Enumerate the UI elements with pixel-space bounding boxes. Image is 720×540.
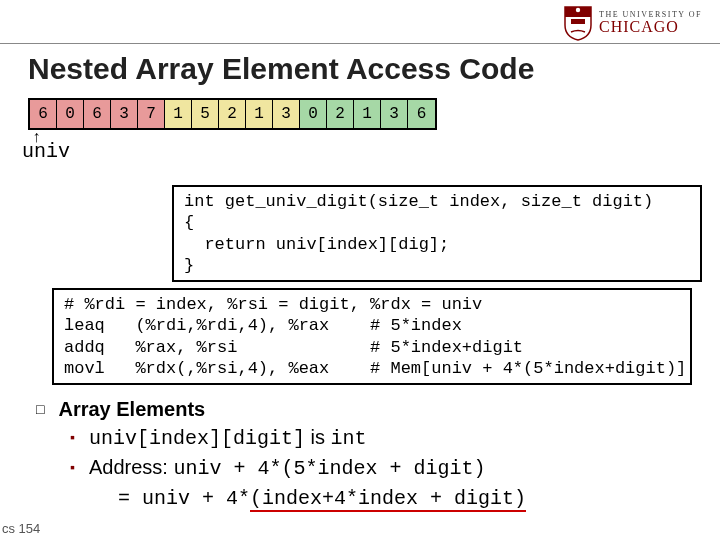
cell: 0 [300, 100, 327, 128]
cell: 3 [381, 100, 408, 128]
cell: 1 [165, 100, 192, 128]
code-span: = univ + 4* [118, 487, 250, 510]
svg-point-1 [576, 7, 580, 11]
code-span: int [331, 427, 367, 450]
code-span-underlined: (index+4*index + digit) [250, 487, 526, 512]
code-line: } [184, 256, 194, 275]
cell: 1 [246, 100, 273, 128]
bullet-line: univ[index][digit] is int [89, 424, 367, 452]
cell: 6 [408, 100, 435, 128]
bullet-section: □ Array Elements ▪ univ[index][digit] is… [36, 396, 526, 512]
cell: 2 [219, 100, 246, 128]
cell: 0 [57, 100, 84, 128]
asm-code-box: # %rdi = index, %rsi = digit, %rdx = uni… [52, 288, 692, 385]
code-line: leaq (%rdi,%rdi,4), %rax # 5*index [64, 316, 462, 335]
cell: 3 [111, 100, 138, 128]
slide-title: Nested Array Element Access Code [0, 44, 720, 98]
c-code-box: int get_univ_digit(size_t index, size_t … [172, 185, 702, 282]
bullet-subsquare-icon: ▪ [70, 424, 75, 452]
footer-label: cs 154 [2, 521, 40, 536]
bullet-line: = univ + 4*(index+4*index + digit) [36, 484, 526, 512]
code-line: addq %rax, %rsi # 5*index+digit [64, 338, 523, 357]
bullet-square-icon: □ [36, 396, 44, 422]
array-cells: 6 0 6 3 7 1 5 2 1 3 0 2 1 3 6 [28, 98, 437, 130]
text-span: is [305, 426, 331, 448]
univ-label: univ [22, 140, 720, 163]
cell: 6 [30, 100, 57, 128]
code-line: int get_univ_digit(size_t index, size_t … [184, 192, 653, 211]
cell: 5 [192, 100, 219, 128]
logo-text-bottom: CHICAGO [599, 19, 702, 35]
bullet-heading: Array Elements [58, 396, 205, 422]
cell: 7 [138, 100, 165, 128]
bullet-line: Address: univ + 4*(5*index + digit) [89, 454, 486, 482]
code-span: univ[index][digit] [89, 427, 305, 450]
cell: 2 [327, 100, 354, 128]
university-logo: THE UNIVERSITY OF CHICAGO [563, 5, 702, 41]
cell: 6 [84, 100, 111, 128]
cell: 1 [354, 100, 381, 128]
shield-icon [563, 5, 593, 41]
bullet-subsquare-icon: ▪ [70, 454, 75, 482]
code-line: return univ[index][dig]; [184, 235, 449, 254]
cell: 3 [273, 100, 300, 128]
text-span: Address: [89, 456, 173, 478]
header: THE UNIVERSITY OF CHICAGO [0, 0, 720, 44]
code-span: univ + 4*(5*index + digit) [173, 457, 485, 480]
code-line: # %rdi = index, %rsi = digit, %rdx = uni… [64, 295, 482, 314]
code-line: { [184, 213, 194, 232]
svg-rect-0 [571, 19, 585, 24]
code-line: movl %rdx(,%rsi,4), %eax # Mem[univ + 4*… [64, 359, 686, 378]
